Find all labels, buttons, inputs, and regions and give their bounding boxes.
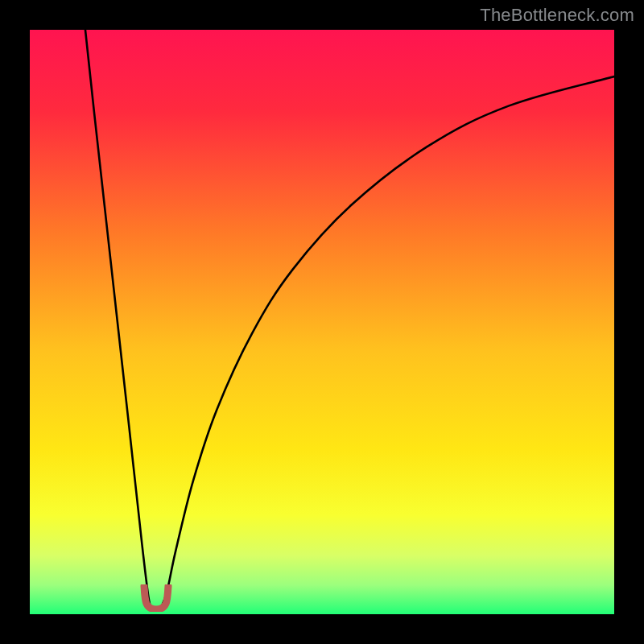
- bottleneck-curve: [30, 30, 614, 614]
- watermark-text: TheBottleneck.com: [480, 5, 634, 26]
- plot-area: [30, 30, 614, 614]
- outer-frame: TheBottleneck.com: [0, 0, 644, 644]
